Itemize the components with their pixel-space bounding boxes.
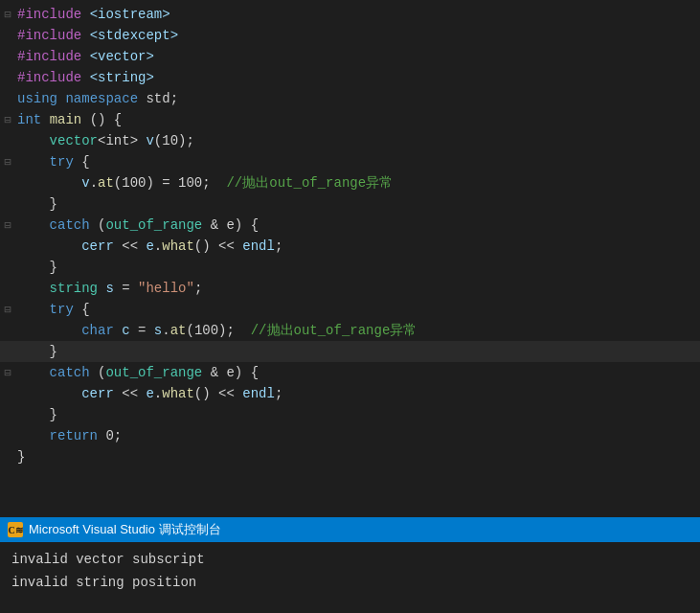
code-line: vector<int> v(10);	[0, 130, 700, 151]
code-line: return 0;	[0, 425, 700, 446]
token: <<	[114, 238, 147, 254]
fold-marker[interactable]: ⊟	[0, 8, 13, 22]
token: //抛出out_of_range异常	[226, 175, 393, 191]
fold-marker[interactable]: ⊟	[0, 113, 13, 127]
token: () <<	[194, 238, 242, 254]
token: try	[50, 302, 74, 317]
token: () <<	[194, 386, 242, 401]
line-content: v.at(100) = 100; //抛出out_of_range异常	[13, 174, 700, 192]
code-editor: ⊟#include <iostream>#include <stdexcept>…	[0, 0, 700, 517]
code-line: ⊟ try {	[0, 299, 700, 320]
token: }	[50, 407, 57, 422]
token: ;	[275, 238, 282, 254]
token: ;	[194, 281, 202, 296]
vs-icon: C≋	[8, 522, 23, 537]
token	[114, 323, 122, 338]
token: .	[162, 323, 169, 338]
token: & e) {	[202, 365, 259, 380]
token: v	[146, 133, 153, 148]
fold-marker[interactable]: ⊟	[0, 303, 13, 317]
token: return	[50, 428, 98, 443]
token: out_of_range	[105, 217, 202, 233]
token: #include	[17, 70, 90, 85]
console-output: invalid vector subscript invalid string …	[0, 542, 700, 613]
token: (100);	[186, 323, 250, 338]
token: cerr	[81, 386, 114, 401]
line-content: int main () {	[13, 112, 700, 127]
token: #include	[17, 7, 90, 22]
token: endl	[242, 386, 275, 401]
token: }	[50, 344, 57, 359]
code-line: cerr << e.what() << endl;	[0, 236, 700, 257]
line-content: }	[13, 260, 700, 275]
code-line: string s = "hello";	[0, 278, 700, 299]
token: {	[74, 302, 90, 317]
token: }	[50, 260, 57, 275]
token: namespace	[65, 91, 138, 106]
fold-marker[interactable]: ⊟	[0, 155, 13, 170]
token: <stdexcept>	[90, 28, 178, 43]
token: endl	[242, 238, 275, 254]
token: #include	[17, 49, 90, 64]
token: (100) = 100;	[114, 175, 227, 191]
token: <vector>	[90, 49, 154, 64]
token: .	[90, 175, 98, 191]
code-line: v.at(100) = 100; //抛出out_of_range异常	[0, 172, 700, 193]
token: <string>	[90, 70, 154, 85]
line-content: catch (out_of_range & e) {	[13, 365, 700, 380]
code-line: ⊟ catch (out_of_range & e) {	[0, 362, 700, 383]
token: std;	[138, 91, 178, 106]
code-line: char c = s.at(100); //抛出out_of_range异常	[0, 320, 700, 341]
code-line: cerr << e.what() << endl;	[0, 383, 700, 404]
code-line: }	[0, 257, 700, 278]
token: #include	[17, 28, 90, 43]
code-line: #include <vector>	[0, 46, 700, 67]
token: what	[162, 386, 194, 401]
token: int	[17, 112, 41, 127]
token: v	[81, 175, 89, 191]
token: }	[50, 196, 57, 212]
token: () {	[81, 112, 122, 127]
code-line: }	[0, 193, 700, 215]
code-line: ⊟int main () {	[0, 109, 700, 130]
console-title: Microsoft Visual Studio 调试控制台	[29, 521, 221, 538]
code-line: ⊟ catch (out_of_range & e) {	[0, 215, 700, 236]
fold-marker[interactable]: ⊟	[0, 218, 13, 233]
token: <int>	[98, 133, 138, 148]
line-content: return 0;	[13, 428, 700, 443]
line-content: }	[13, 196, 700, 212]
line-content: }	[13, 449, 700, 465]
token: & e) {	[202, 217, 259, 233]
console-line-2: invalid string position	[11, 571, 689, 594]
line-content: try {	[13, 302, 700, 317]
code-line: using namespace std;	[0, 88, 700, 109]
line-content: #include <iostream>	[13, 7, 700, 22]
token: at	[98, 175, 114, 191]
code-line: #include <string>	[0, 67, 700, 88]
code-line: ⊟ try {	[0, 151, 700, 172]
code-lines: ⊟#include <iostream>#include <stdexcept>…	[0, 0, 700, 467]
console-bar: C≋ Microsoft Visual Studio 调试控制台	[0, 517, 700, 542]
code-line: }	[0, 404, 700, 425]
token: .	[154, 238, 162, 254]
token: <<	[114, 386, 147, 401]
line-content: string s = "hello";	[13, 281, 700, 296]
line-content: catch (out_of_range & e) {	[13, 217, 700, 233]
token: (	[90, 365, 106, 380]
token: using	[17, 91, 57, 106]
token: vector	[50, 133, 98, 148]
token: =	[114, 281, 138, 296]
line-content: }	[13, 407, 700, 422]
code-line: }	[0, 446, 700, 467]
token: char	[81, 323, 114, 338]
token: at	[170, 323, 187, 338]
line-content: #include <stdexcept>	[13, 28, 700, 43]
fold-marker[interactable]: ⊟	[0, 366, 13, 380]
token: main	[50, 112, 82, 127]
token: e	[146, 238, 153, 254]
token: (	[90, 217, 106, 233]
line-content: cerr << e.what() << endl;	[13, 386, 700, 401]
token: ;	[275, 386, 282, 401]
token: {	[74, 154, 90, 170]
code-line: #include <stdexcept>	[0, 25, 700, 46]
